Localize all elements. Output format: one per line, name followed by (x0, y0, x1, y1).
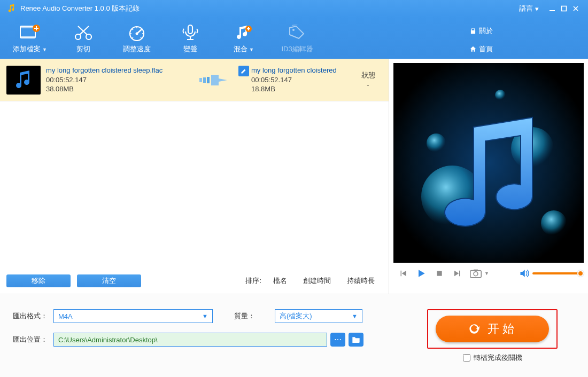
scissors-icon (57, 22, 110, 43)
more-path-button[interactable]: ⋯ (330, 333, 345, 347)
start-button[interactable]: 开始 (436, 316, 549, 342)
refresh-icon (467, 322, 481, 336)
chevron-down-icon: ▼ (352, 313, 358, 319)
tool-voice-change[interactable]: 變聲 (164, 22, 217, 54)
output-path-value: C:\Users\Administrator\Desktop\ (58, 336, 158, 344)
edit-icon[interactable] (238, 66, 249, 76)
sort-by-time[interactable]: 創建時間 (300, 275, 334, 287)
svg-rect-13 (199, 78, 202, 82)
format-label: 匯出格式： (13, 311, 53, 321)
svg-point-19 (427, 133, 446, 153)
film-add-icon (3, 22, 57, 43)
quality-value: 高(檔案大) (280, 311, 312, 321)
output-info: my long forgotten cloistered 00:05:52.14… (251, 66, 347, 94)
tool-add-file[interactable]: 添加檔案▼ (3, 22, 57, 54)
language-menu[interactable]: 語言 ▾ (519, 4, 539, 13)
tool-label: 剪切 (76, 45, 90, 53)
tool-label: 添加檔案 (13, 45, 41, 53)
app-logo-icon (6, 4, 16, 13)
gauge-icon (110, 22, 164, 43)
clear-button[interactable]: 清空 (77, 274, 141, 287)
arrow-right-icon (196, 73, 233, 87)
source-size: 38.08MB (46, 84, 190, 94)
stop-button[interactable] (433, 267, 446, 280)
svg-point-12 (292, 29, 295, 31)
chevron-down-icon: ▼ (484, 271, 489, 276)
title-bar: Renee Audio Converter 1.0.0 版本記錄 語言 ▾ (0, 0, 588, 17)
tool-speed[interactable]: 調整速度 (110, 22, 164, 54)
sort-by-duration[interactable]: 持續時長 (344, 275, 378, 287)
output-duration: 00:05:52.147 (251, 75, 347, 85)
chevron-down-icon: ▾ (535, 5, 539, 13)
file-list-empty-area (0, 101, 389, 268)
svg-point-24 (474, 272, 478, 276)
main-toolbar: 添加檔案▼ 剪切 調整速度 (0, 17, 588, 59)
svg-rect-1 (562, 6, 567, 11)
sort-label: 排序: (245, 276, 261, 286)
shutdown-label: 轉檔完成後關機 (474, 353, 522, 363)
quality-select[interactable]: 高(檔案大) ▼ (275, 309, 362, 323)
status-value: - (353, 80, 383, 90)
output-file-name: my long forgotten cloistered (251, 66, 347, 75)
preview-viewport (393, 63, 584, 263)
mix-notes-icon (217, 22, 270, 43)
play-button[interactable] (415, 267, 428, 280)
chevron-down-icon: ▼ (42, 47, 47, 52)
maximize-button[interactable] (558, 3, 570, 14)
browse-folder-button[interactable] (349, 333, 363, 347)
main-area: my long forgotten cloistered sleep.flac … (0, 59, 588, 294)
snapshot-button[interactable] (469, 267, 482, 280)
start-highlight-box: 开始 (427, 309, 558, 349)
svg-rect-14 (203, 77, 206, 83)
shutdown-checkbox[interactable]: 轉檔完成後關機 (463, 353, 522, 363)
about-label: 關於 (479, 26, 493, 36)
tool-label: 調整速度 (123, 45, 151, 53)
settings-bar: 匯出格式： M4A ▼ 質量： 高(檔案大) ▼ 匯出位置： C:\Users\… (0, 294, 588, 377)
svg-rect-10 (188, 25, 192, 34)
preview-panel: ▼ (389, 59, 588, 294)
chevron-down-icon: ▼ (249, 47, 254, 52)
home-link[interactable]: 首頁 (469, 44, 493, 54)
minimize-button[interactable] (546, 3, 558, 14)
status-column: 狀態 - (353, 70, 383, 89)
source-info: my long forgotten cloistered sleep.flac … (46, 66, 190, 94)
tags-icon (270, 22, 324, 43)
sort-by-name[interactable]: 檔名 (270, 275, 290, 287)
volume-icon (520, 269, 529, 278)
about-link[interactable]: 關於 (469, 26, 493, 36)
next-button[interactable] (451, 267, 464, 280)
prev-button[interactable] (397, 267, 409, 280)
tool-label: 變聲 (183, 45, 197, 53)
format-select[interactable]: M4A ▼ (53, 309, 213, 323)
svg-rect-25 (474, 269, 478, 271)
quality-label: 質量： (234, 311, 275, 321)
file-row[interactable]: my long forgotten cloistered sleep.flac … (0, 59, 389, 101)
svg-rect-22 (437, 271, 442, 276)
status-header: 狀態 (353, 70, 383, 80)
output-path-field[interactable]: C:\Users\Administrator\Desktop\ (53, 333, 327, 347)
file-list-panel: my long forgotten cloistered sleep.flac … (0, 59, 389, 294)
remove-button[interactable]: 移除 (6, 274, 71, 287)
language-label: 語言 (519, 4, 533, 13)
svg-point-20 (541, 210, 567, 236)
tool-id3-editor[interactable]: ID3編輯器 (270, 22, 324, 54)
ellipsis-icon: ⋯ (334, 335, 342, 344)
format-value: M4A (58, 312, 73, 320)
svg-rect-0 (550, 10, 555, 11)
volume-slider[interactable] (532, 272, 581, 274)
shutdown-checkbox-input[interactable] (463, 354, 470, 362)
microphone-icon (164, 22, 217, 43)
tool-cut[interactable]: 剪切 (57, 22, 110, 54)
tool-mix[interactable]: 混合▼ (217, 22, 270, 54)
tool-label: ID3編輯器 (281, 45, 313, 53)
close-button[interactable] (570, 3, 582, 14)
home-label: 首頁 (479, 44, 493, 54)
output-size: 18.8MB (251, 84, 347, 94)
lock-icon (469, 27, 477, 35)
home-icon (469, 45, 477, 53)
svg-point-21 (495, 90, 506, 100)
svg-rect-4 (20, 36, 35, 38)
volume-control[interactable] (520, 269, 581, 278)
svg-rect-15 (207, 77, 210, 83)
player-controls: ▼ (393, 263, 584, 284)
